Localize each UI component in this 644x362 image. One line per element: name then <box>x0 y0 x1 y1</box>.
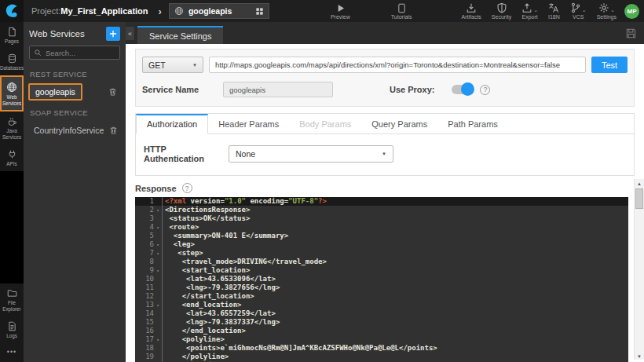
service-item-googleapis[interactable]: googleapis <box>28 83 121 101</box>
add-service-button[interactable] <box>106 27 120 41</box>
current-service-name: googleapis <box>188 6 251 16</box>
wavemaker-logo-icon <box>4 3 20 19</box>
icon-sidebar: PagesDatabasesWeb ServicesJava ServicesA… <box>0 22 24 362</box>
topbar-item-artifacts[interactable]: Artifacts <box>462 2 481 20</box>
request-url-input[interactable] <box>209 57 586 73</box>
tutorials-button[interactable]: Tutorials <box>391 3 412 20</box>
vcs-icon <box>570 2 581 13</box>
sidebar-item-databases[interactable]: Databases <box>0 49 24 75</box>
line-number: 14 <box>135 309 154 318</box>
trash-icon[interactable] <box>108 87 117 97</box>
use-proxy-toggle[interactable] <box>452 85 472 94</box>
sidebar-item-label: Pages <box>5 38 19 45</box>
tab-header-params[interactable]: Header Params <box>208 114 289 134</box>
service-item-label[interactable]: CountryInfoService <box>28 123 109 137</box>
fold-marker-icon <box>154 353 162 361</box>
fold-marker-icon[interactable]: ▾ <box>154 335 162 344</box>
line-number: 8 <box>135 258 154 266</box>
java-services-icon <box>7 116 17 126</box>
save-icon[interactable] <box>625 27 637 39</box>
service-item-label[interactable]: googleapis <box>28 83 82 101</box>
topbar-item-label: Settings <box>597 14 617 20</box>
scroll-up-icon[interactable]: ▲ <box>635 179 644 188</box>
sidebar-item-web-services[interactable]: Web Services <box>0 75 24 112</box>
fold-marker-icon[interactable]: ▾ <box>154 206 162 214</box>
service-search-input[interactable] <box>46 49 115 57</box>
tab-query-params[interactable]: Query Params <box>361 114 437 134</box>
sidebar-item-pages[interactable]: Pages <box>0 22 24 49</box>
sidebar-item-label: APIs <box>6 161 16 167</box>
service-item-countryinfoservice[interactable]: CountryInfoService <box>28 122 121 139</box>
code-text: <points>e`miGhmocNs@Rm@N]JmA^KBcAZSFWHo@… <box>162 344 437 353</box>
project-name: My_First_Application <box>60 6 148 16</box>
service-name-input[interactable] <box>223 82 333 97</box>
response-editor[interactable]: 1<?xml version="1.0" encoding="UTF-8"?>2… <box>135 197 628 362</box>
globe-icon <box>174 6 184 16</box>
tab-path-params[interactable]: Path Params <box>437 114 508 134</box>
preview-button[interactable]: Preview <box>331 3 350 20</box>
line-number: 3 <box>135 214 154 223</box>
code-line: 8 <travel_mode>DRIVING</travel_mode> <box>135 258 628 266</box>
sidebar-item-java-services[interactable]: Java Services <box>0 112 24 144</box>
grid-icon[interactable] <box>255 7 264 16</box>
line-number: 2 <box>135 206 154 214</box>
artifacts-icon <box>466 2 477 13</box>
trash-icon[interactable] <box>109 126 118 135</box>
logs-icon <box>7 321 17 331</box>
test-button[interactable]: Test <box>591 57 628 73</box>
topbar-item-vcs[interactable]: ⌄VCS <box>570 2 587 20</box>
sidebar-item-label: File Explorer <box>0 300 24 313</box>
main-area: « Service Settings GET ▼ Test Service Na… <box>126 22 644 362</box>
user-avatar[interactable]: MP <box>624 4 639 19</box>
fold-marker-icon <box>154 197 162 206</box>
scroll-down-icon[interactable]: ▼ <box>635 354 644 359</box>
service-search-box[interactable] <box>29 46 120 60</box>
current-service-box[interactable]: googleapis <box>169 3 269 19</box>
fold-marker-icon[interactable]: ▾ <box>154 240 162 249</box>
fold-marker-icon[interactable]: ▾ <box>154 266 162 275</box>
file-explorer-icon <box>7 288 17 298</box>
section-header-soap-service: SOAP SERVICE <box>24 102 126 121</box>
sidebar-spacer <box>0 171 24 283</box>
topbar-item-export[interactable]: ⌄Export <box>521 2 538 20</box>
scrollbar[interactable]: ▲ ▼ <box>634 179 644 360</box>
topbar-item-security[interactable]: Security <box>492 2 511 20</box>
panel-title: Web Services <box>29 29 106 38</box>
section-header-rest-service: REST SERVICE <box>24 64 126 82</box>
tab-authorization[interactable]: Authorization <box>136 114 208 134</box>
fold-marker-icon[interactable]: ▾ <box>154 223 162 232</box>
line-number: 1 <box>135 197 154 206</box>
topbar-item-i18n[interactable]: I18N <box>548 2 560 20</box>
line-number: 18 <box>135 344 154 353</box>
sidebar-item-apis[interactable]: APIs <box>0 144 24 171</box>
tab-service-settings[interactable]: Service Settings <box>137 26 223 44</box>
line-number: 9 <box>135 266 154 275</box>
scrollbar-thumb[interactable] <box>635 188 643 209</box>
code-text: <step> <box>162 249 203 258</box>
response-label: Response <box>135 184 177 193</box>
code-line: 1<?xml version="1.0" encoding="UTF-8"?> <box>135 197 628 206</box>
proxy-help-icon[interactable]: ? <box>480 85 490 95</box>
response-help-icon[interactable]: ? <box>182 183 192 193</box>
collapse-panel-button[interactable]: « <box>126 27 134 40</box>
code-text: <lng>-79.3837337</lng> <box>162 318 280 327</box>
app-logo[interactable] <box>0 0 24 22</box>
fold-marker-icon[interactable]: ▾ <box>154 249 162 258</box>
tab-body-params: Body Params <box>289 114 361 134</box>
fold-marker-icon <box>154 309 162 318</box>
line-number: 15 <box>135 318 154 327</box>
sidebar-item-label: Logs <box>6 333 17 339</box>
code-line: 4▾ <route> <box>135 223 628 232</box>
more-options-icon[interactable]: ••• <box>0 343 24 362</box>
topbar-item-settings[interactable]: ⌄Settings <box>597 2 617 20</box>
sidebar-item-file-explorer[interactable]: File Explorer <box>0 283 24 316</box>
fold-marker-icon[interactable]: ▾ <box>154 301 162 309</box>
code-line: 5 <summary>ON-401 E</summary> <box>135 232 628 240</box>
chevron-down-icon: ⌄ <box>582 7 587 13</box>
toggle-knob <box>461 82 474 96</box>
fold-marker-icon <box>154 214 162 223</box>
http-method-select[interactable]: GET ▼ <box>142 57 203 73</box>
http-auth-select[interactable]: None ▼ <box>229 145 393 163</box>
sidebar-item-logs[interactable]: Logs <box>0 316 24 343</box>
editor-tabbar: « Service Settings <box>126 22 644 44</box>
